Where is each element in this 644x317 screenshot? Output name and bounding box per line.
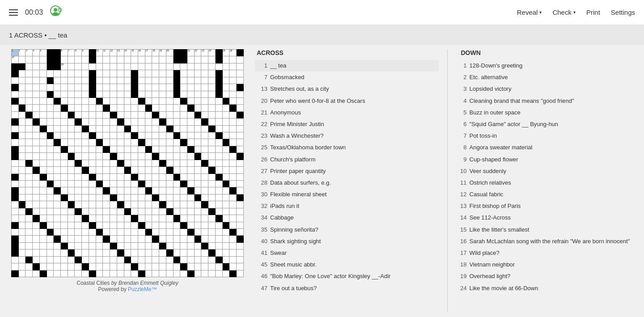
svg-point-1 — [54, 8, 57, 12]
down-clue-item[interactable]: 15Like the litter's smallest — [454, 224, 638, 236]
across-clue-item[interactable]: 7Gobsmacked — [255, 72, 439, 83]
down-clue-item[interactable]: 10Veer suddenly — [454, 165, 638, 177]
puzzle-author: by Brendan Emmett Quigley — [111, 280, 178, 286]
across-clue-item[interactable]: 22Prime Minister Justin — [255, 118, 439, 130]
clues-area: ACROSS 1__ tea7Gobsmacked13Stretches out… — [250, 45, 644, 317]
across-clue-item[interactable]: 25Texas/Oklahoma border town — [255, 142, 439, 153]
down-clue-item[interactable]: 17Wild place? — [454, 247, 638, 259]
check-chevron: ▾ — [573, 10, 576, 15]
down-clue-item[interactable]: 7Pot toss-in — [454, 130, 638, 142]
puzzle-powered: Powered by PuzzleMe™ — [98, 286, 157, 292]
check-label: Check — [552, 8, 572, 16]
down-clue-item[interactable]: 2Etc. alternative — [454, 72, 638, 83]
down-clue-item[interactable]: 8Angora sweater material — [454, 142, 638, 153]
check-button[interactable]: Check ▾ — [552, 8, 576, 16]
across-column: ACROSS 1__ tea7Gobsmacked13Stretches out… — [250, 49, 445, 313]
down-clue-item[interactable]: 1128-Down's greeting — [454, 60, 638, 72]
across-clue-item[interactable]: 45Sheet music abbr. — [255, 259, 439, 271]
menu-icon[interactable] — [9, 9, 18, 16]
across-clue-item[interactable]: 27Printer paper quantity — [255, 165, 439, 177]
puzzleme-label: PuzzleMe — [128, 286, 152, 292]
down-clue-item[interactable]: 6"Squid Game" actor __ Byung-hun — [454, 118, 638, 130]
down-clue-item[interactable]: 18Vietnam neighbor — [454, 259, 638, 271]
across-clue-item[interactable]: 47Tire out a tuebus? — [255, 283, 439, 294]
across-clue-item[interactable]: 1__ tea — [255, 60, 439, 72]
down-clue-item[interactable]: 14See 112-Across — [454, 212, 638, 224]
settings-label: Settings — [611, 8, 635, 16]
across-clue-item[interactable]: 13Stretches out, as a city — [255, 83, 439, 95]
grid-table: 1234567891011121314151617181920212223242… — [11, 49, 244, 277]
across-clue-item[interactable]: 28Data about surfers, e.g. — [255, 177, 439, 189]
across-clue-item[interactable]: 40Shark sighting sight — [255, 236, 439, 247]
across-clue-item[interactable]: 46"Bob Marley: One Love" actor Kingsley … — [255, 271, 439, 282]
print-button[interactable]: Print — [586, 8, 600, 16]
header: 00:03 Reveal ▾ Check ▾ Print Settings — [0, 0, 644, 25]
crossword-grid[interactable]: 1234567891011121314151617181920212223242… — [11, 49, 244, 277]
across-clue-item[interactable]: 34Cabbage — [255, 212, 439, 224]
down-clue-item[interactable]: 12Casual fabric — [454, 189, 638, 200]
header-left: 00:03 — [9, 5, 64, 20]
across-clue-item[interactable]: 30Flexible mineral sheet — [255, 189, 439, 200]
down-clue-item[interactable]: 11Ostrich relatives — [454, 177, 638, 189]
puzzleme-link[interactable]: PuzzleMe™ — [128, 286, 157, 292]
header-right: Reveal ▾ Check ▾ Print Settings — [517, 8, 635, 16]
print-label: Print — [586, 8, 600, 16]
avatar-icon — [50, 5, 64, 20]
reveal-chevron: ▾ — [539, 10, 542, 15]
down-clue-item[interactable]: 3Lopsided victory — [454, 83, 638, 95]
puzzle-caption: Coastal Cities by Brendan Emmett Quigley — [76, 280, 178, 286]
puzzle-title: Coastal Cities — [76, 280, 110, 286]
across-clue-item[interactable]: 26Church's platform — [255, 154, 439, 165]
puzzle-area: 1234567891011121314151617181920212223242… — [0, 45, 250, 317]
column-divider — [447, 49, 448, 313]
across-clue-item[interactable]: 35Spinning señorita? — [255, 224, 439, 236]
down-clue-item[interactable]: 9Cup-shaped flower — [454, 154, 638, 165]
down-column: DOWN 1128-Down's greeting2Etc. alternati… — [450, 49, 644, 313]
timer: 00:03 — [25, 8, 43, 17]
down-clue-item[interactable]: 19Overhead light? — [454, 271, 638, 282]
down-clue-list[interactable]: 1128-Down's greeting2Etc. alternative3Lo… — [454, 60, 640, 313]
down-title: DOWN — [459, 49, 481, 56]
across-title: ACROSS — [255, 49, 441, 56]
across-clue-item[interactable]: 21Anonymous — [255, 107, 439, 118]
down-clue-item[interactable]: 4Cleaning brand that means "good friend" — [454, 95, 638, 107]
down-clue-item[interactable]: 13First bishop of Paris — [454, 200, 638, 212]
across-clue-item[interactable]: 23Wash a Winchester? — [255, 130, 439, 142]
main-content: 1234567891011121314151617181920212223242… — [0, 45, 644, 317]
clue-bar: 1 ACROSS • __ tea — [0, 25, 644, 45]
across-clue-item[interactable]: 32iPads run it — [255, 200, 439, 212]
reveal-button[interactable]: Reveal ▾ — [517, 8, 542, 16]
active-clue-text: 1 ACROSS • __ tea — [9, 31, 67, 39]
powered-by-text: Powered by — [98, 286, 126, 292]
tm-symbol: ™ — [152, 286, 157, 292]
reveal-label: Reveal — [517, 8, 538, 16]
down-clue-item[interactable]: 24Like the movie at 66-Down — [454, 283, 638, 294]
across-clue-item[interactable]: 20Peter who went 0-for-8 at the Oscars — [255, 95, 439, 107]
settings-button[interactable]: Settings — [611, 8, 635, 16]
down-clue-item[interactable]: 16Sarah McLachlan song with the refrain … — [454, 236, 638, 247]
across-clue-item[interactable]: 41Swear — [255, 247, 439, 259]
down-clue-item[interactable]: 5Buzz in outer space — [454, 107, 638, 118]
across-clue-list[interactable]: 1__ tea7Gobsmacked13Stretches out, as a … — [255, 60, 441, 313]
